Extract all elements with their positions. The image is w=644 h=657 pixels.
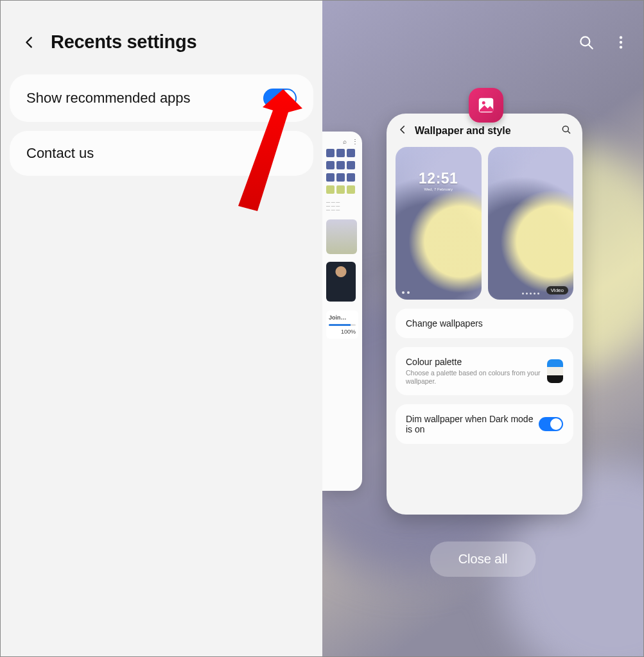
search-icon[interactable] [561, 124, 572, 138]
home-screen-preview[interactable]: Video [488, 147, 574, 300]
toggle-knob [279, 90, 295, 107]
search-icon[interactable] [578, 34, 595, 51]
header: Recents settings [1, 1, 322, 74]
recents-screen: ⌕⋮ — — —— — —— — — Join… 100% Wallpaper … [322, 1, 643, 656]
setting-label: Contact us [26, 145, 94, 162]
back-icon[interactable] [22, 35, 37, 49]
svg-line-2 [589, 45, 593, 49]
wallpaper-previews: 12:51 Wed, 7 February Video [396, 147, 573, 300]
svg-point-8 [562, 126, 568, 132]
palette-chip-icon [547, 359, 563, 383]
card-header: Wallpaper and style [396, 123, 573, 143]
svg-point-7 [482, 101, 485, 105]
colour-palette-button[interactable]: Colour palette Choose a palette based on… [396, 347, 573, 395]
block-label: Change wallpapers [406, 318, 483, 328]
block-title: Colour palette [406, 357, 547, 367]
back-icon[interactable] [397, 124, 408, 138]
preview-clock: 12:51 [396, 170, 482, 187]
recent-card-prev[interactable]: ⌕⋮ — — —— — —— — — Join… 100% [322, 132, 362, 491]
page-title: Recents settings [51, 31, 196, 53]
download-label: Join… [329, 314, 356, 321]
block-subtitle: Choose a palette based on colours from y… [406, 369, 547, 386]
video-badge: Video [546, 286, 568, 294]
setting-contact-us[interactable]: Contact us [10, 131, 313, 176]
lock-screen-preview[interactable]: 12:51 Wed, 7 February [396, 147, 482, 300]
dim-wallpaper-setting[interactable]: Dim wallpaper when Dark mode is on [396, 404, 573, 444]
recents-topbar [578, 34, 629, 51]
more-icon[interactable] [613, 34, 629, 51]
recents-settings-panel: Recents settings Show recommended apps C… [1, 1, 322, 656]
preview-date: Wed, 7 February [396, 187, 482, 191]
change-wallpapers-button[interactable]: Change wallpapers [396, 309, 573, 338]
recent-card-wallpaper[interactable]: Wallpaper and style 12:51 Wed, 7 Februar… [387, 114, 582, 515]
svg-point-4 [620, 41, 622, 44]
download-percent: 100% [329, 328, 356, 335]
setting-show-recommended[interactable]: Show recommended apps [10, 74, 313, 122]
setting-label: Show recommended apps [26, 90, 191, 107]
recent-app-icon[interactable] [469, 88, 503, 123]
show-recommended-toggle[interactable] [263, 89, 297, 108]
block-label: Dim wallpaper when Dark mode is on [406, 414, 534, 434]
svg-line-9 [568, 131, 570, 133]
svg-point-5 [620, 46, 622, 48]
card-title: Wallpaper and style [415, 125, 554, 137]
dim-toggle[interactable] [539, 417, 563, 431]
close-all-button[interactable]: Close all [430, 542, 536, 577]
svg-point-3 [620, 36, 622, 38]
